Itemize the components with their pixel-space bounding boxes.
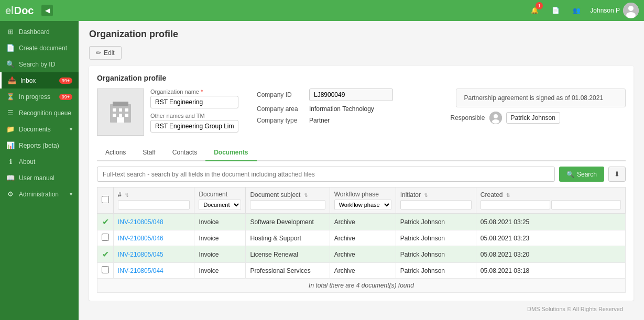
sidebar-item-label: About [19, 158, 35, 165]
about-icon: ℹ [6, 158, 15, 165]
download-icon: ⬇ [614, 170, 620, 178]
partnership-box: Partnership agreement is signed as of 01… [456, 89, 626, 107]
sidebar-item-create-document[interactable]: 📄 Create document [0, 40, 79, 56]
other-names-row: Other names and TM [150, 113, 238, 133]
sidebar-item-label: Documents [19, 126, 51, 133]
user-avatar-icon [489, 112, 502, 124]
row-checkbox-cell [97, 263, 114, 279]
sort-num-icon[interactable]: ⇅ [125, 193, 129, 198]
other-names-input[interactable] [150, 120, 238, 133]
company-type-value: Partner [309, 117, 330, 124]
dashboard-icon: ⊞ [6, 28, 15, 36]
doc-type-filter[interactable]: DocumentInvoice [199, 200, 241, 210]
documents-icon: 📄 [552, 7, 560, 14]
row-selected-check: ✔ [102, 217, 109, 226]
edit-button[interactable]: ✏ Edit [89, 46, 122, 60]
row-created: 05.08.2021 03:23 [476, 230, 625, 246]
manual-icon: 📖 [6, 174, 15, 182]
row-num[interactable]: INV-210805/046 [114, 230, 194, 246]
tab-contacts[interactable]: Contacts [164, 145, 205, 161]
tab-documents[interactable]: Documents [205, 145, 256, 161]
contacts-button[interactable]: 👥 [569, 3, 584, 18]
footer-text: DMS Solutions © All Rights Reserved [527, 306, 623, 312]
row-created: 05.08.2021 03:18 [476, 263, 625, 279]
org-left-section: Organization name * Other names and TM [97, 89, 238, 137]
row-subject: Professional Services [246, 263, 330, 279]
search-icon: 🔍 [6, 60, 15, 68]
sidebar-item-user-manual[interactable]: 📖 User manual [0, 170, 79, 186]
company-id-row: Company ID [257, 89, 432, 101]
sidebar-item-recognition-queue[interactable]: ☰ Recognition queue [0, 105, 79, 121]
logo[interactable]: elDoc [5, 5, 34, 17]
notification-badge: 1 [536, 2, 543, 9]
sidebar-item-about[interactable]: ℹ About [0, 153, 79, 170]
created-from-input[interactable] [481, 200, 550, 209]
logo-accent: Doc [14, 5, 34, 16]
page-title: Organization profile [89, 29, 634, 40]
subject-filter-input[interactable] [250, 200, 325, 209]
documents-button[interactable]: 📄 [548, 3, 563, 18]
org-name-input[interactable] [150, 96, 238, 108]
sidebar-toggle[interactable]: ◀ [41, 5, 53, 16]
row-selected-check: ✔ [102, 250, 109, 259]
profile-tabs: Actions Staff Contacts Documents [97, 145, 626, 161]
row-checkbox[interactable] [102, 234, 109, 241]
svg-rect-7 [125, 108, 128, 112]
sidebar-item-search-by-id[interactable]: 🔍 Search by ID [0, 56, 79, 72]
table-row: INV-210805/046 Invoice Hosting & Support… [97, 230, 626, 246]
svg-rect-8 [113, 114, 116, 117]
row-subject: Hosting & Support [246, 230, 330, 246]
responsible-name[interactable]: Patrick Johnson [506, 112, 560, 124]
workflow-filter-select[interactable]: Workflow phaseArchive [334, 200, 391, 210]
user-menu[interactable]: Johnson P [590, 3, 639, 18]
svg-point-2 [626, 12, 636, 18]
section-title: Organization profile [97, 74, 626, 82]
th-initiator: Initiator ⇅ [396, 187, 476, 214]
svg-rect-9 [119, 114, 122, 117]
row-num[interactable]: INV-210805/048 [114, 214, 194, 230]
total-row: In total there are 4 document(s) found [97, 279, 626, 293]
progress-badge: 99+ [59, 94, 72, 100]
people-icon: 👥 [573, 7, 581, 14]
notifications-button[interactable]: 🔔 1 [527, 3, 542, 18]
tab-actions[interactable]: Actions [97, 145, 134, 161]
building-icon [107, 99, 134, 125]
initiator-filter-input[interactable] [400, 200, 472, 209]
row-num[interactable]: INV-210805/045 [114, 246, 194, 263]
org-profile-card: Organization profile [89, 66, 634, 301]
select-all-checkbox[interactable] [102, 196, 109, 203]
doc-search-input[interactable] [97, 167, 555, 182]
table-row: ✔ INV-210805/048 Invoice Software Develo… [97, 214, 626, 230]
topbar: elDoc ◀ 🔔 1 📄 👥 Johnson P [0, 0, 644, 21]
row-doc-type: Invoice [194, 246, 246, 263]
sort-initiator-icon[interactable]: ⇅ [424, 193, 428, 198]
row-num[interactable]: INV-210805/044 [114, 263, 194, 279]
row-doc-type: Invoice [194, 230, 246, 246]
inbox-badge: 99+ [59, 78, 72, 84]
th-workflow: Workflow phase Workflow phaseArchive [330, 187, 396, 214]
row-subject: Software Development [246, 214, 330, 230]
search-icon: 🔍 [566, 171, 574, 178]
sidebar-item-dashboard[interactable]: ⊞ Dashboard [0, 24, 79, 40]
sidebar-item-administration[interactable]: ⚙ Administration ▾ [0, 186, 79, 202]
created-to-input[interactable] [551, 200, 621, 209]
sort-created-icon[interactable]: ⇅ [506, 193, 510, 198]
sidebar-item-in-progress[interactable]: ⏳ In progress 99+ [0, 89, 79, 105]
sidebar-item-inbox[interactable]: 📥 Inbox 99+ [0, 72, 79, 89]
num-filter-input[interactable] [118, 200, 190, 209]
company-id-input[interactable] [309, 89, 393, 101]
row-doc-type: Invoice [194, 214, 246, 230]
download-button[interactable]: ⬇ [608, 167, 626, 182]
row-checkbox-cell: ✔ [97, 246, 114, 263]
sort-subject-icon[interactable]: ⇅ [304, 193, 308, 198]
sidebar-item-documents[interactable]: 📁 Documents ▾ [0, 121, 79, 137]
tab-staff[interactable]: Staff [134, 145, 163, 161]
admin-icon: ⚙ [6, 190, 15, 198]
search-button[interactable]: 🔍 Search [559, 167, 604, 182]
row-checkbox[interactable] [102, 266, 109, 273]
sidebar-item-label: Create document [19, 45, 67, 52]
sidebar-item-reports[interactable]: 📊 Reports (beta) [0, 137, 79, 153]
doc-filter: DocumentInvoice [199, 198, 241, 210]
workflow-filter: Workflow phaseArchive [334, 198, 391, 210]
sidebar-item-label: Inbox [20, 77, 36, 84]
